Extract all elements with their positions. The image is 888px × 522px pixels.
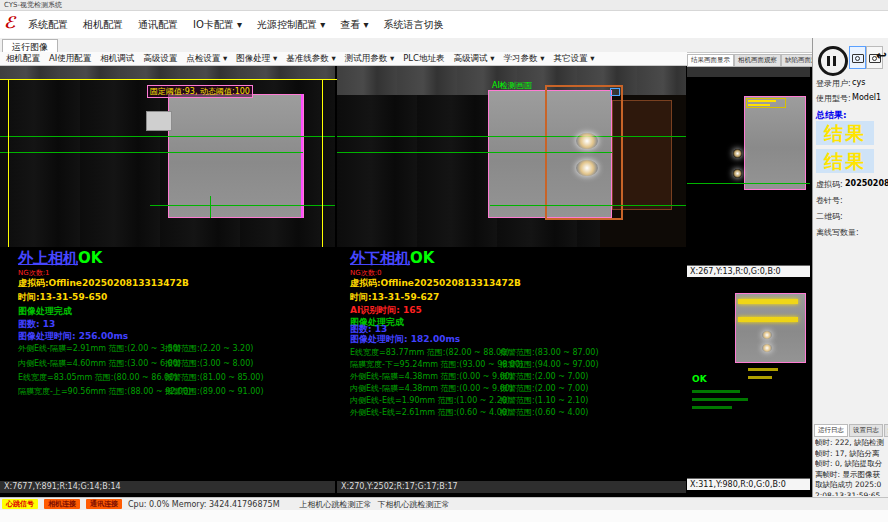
model-value: Model1	[852, 93, 881, 102]
menu-item-io-config[interactable]: IO卡配置 ▾	[193, 18, 242, 32]
mid-virtual-code: 虚拟码:Offline2025020813313472B	[350, 277, 521, 290]
virtual-code-value: 20250208	[845, 179, 888, 188]
camera-view-toggle-button[interactable]	[849, 46, 866, 69]
upper-camera-heartbeat-status: 上相机心跳检测正常	[300, 499, 372, 510]
bottom-spacer	[0, 510, 888, 522]
toolbar-item-image-processing[interactable]: 图像处理 ▾	[236, 53, 277, 65]
logout-back-button[interactable]: ↩	[876, 48, 887, 63]
mid-measurement-1: E线宽度=83.77mm 范围:(82.00 ~ 88.00)	[350, 347, 509, 358]
mid-camera-name: 外下相机	[350, 249, 410, 267]
log-tab-unlock[interactable]: 解锁日志	[884, 424, 888, 437]
toolbar-item-test-params[interactable]: 测试用参数 ▾	[345, 53, 394, 65]
left-green-line-2	[0, 152, 303, 153]
thumb2-pixel-readout: X:311,Y:980,R:0,G:0,B:0	[687, 478, 810, 490]
left-measurement-3: E线宽度=83.05mm 范围:(80.00 ~ 86.00)	[18, 372, 177, 383]
pause-button[interactable]	[818, 46, 848, 76]
toolbar-item-spot-check[interactable]: 点检设置 ▾	[186, 53, 227, 65]
thumb1-yellow-bar-1	[748, 100, 776, 102]
thumb2-ok-status: OK	[692, 374, 707, 384]
mid-alarm-2: 报警范围:(94.00 ~ 97.00)	[500, 359, 599, 370]
left-camera-top-band	[0, 66, 335, 79]
mid-alarm-6: 报警范围:(0.60 ~ 4.00)	[500, 407, 588, 418]
left-yellow-vline-1	[8, 80, 9, 247]
left-proc-time: 图像处理时间: 256.00ms	[18, 330, 128, 343]
left-alarm-4: 报警范围:(89.00 ~ 91.00)	[165, 386, 264, 397]
toolbar: 相机配置 AI使用配置 相机调试 高级设置 点检设置 ▾ 图像处理 ▾ 基准线参…	[0, 52, 687, 66]
menu-item-system-config[interactable]: 系统配置	[28, 18, 68, 32]
thumb1-flare-1	[733, 149, 742, 158]
log-tab-strip: 运行日志 设置日志 解锁日志	[814, 424, 888, 437]
toolbar-item-advanced-settings[interactable]: 高级设置	[143, 53, 177, 65]
result-badge-1: 结果	[816, 121, 874, 145]
login-user-value: cys	[852, 78, 865, 87]
menu-item-view[interactable]: 查看 ▾	[340, 18, 368, 32]
log-text: 帧时: 222, 缺陷检测帧时: 17, 缺陷分离帧时: 0, 缺陷提取分离帧时…	[815, 438, 885, 496]
left-threshold-overlay: 固定阈值:93, 动态阈值:100	[147, 85, 253, 98]
mid-measurement-3: 外侧E线-隔膜=4.38mm 范围:(0.00 ~ 9.00)	[350, 371, 513, 382]
lower-camera-heartbeat-status: 下相机心跳检测正常	[378, 499, 450, 510]
model-label: 使用型号:	[816, 93, 851, 104]
mid-flare-1	[576, 133, 598, 149]
left-pixel-readout: X:7677,Y:891;R:14;G:14;B:14	[0, 481, 335, 493]
menu-item-comm-config[interactable]: 通讯配置	[138, 18, 178, 32]
cpu-memory-status: Cpu: 0.0% Memory: 3424.41796875M	[128, 500, 280, 509]
left-alarm-2: 报警范围:(3.00 ~ 8.00)	[165, 358, 253, 369]
left-virtual-code: 虚拟码:Offline2025020813313472B	[18, 277, 189, 290]
left-time: 时间:13-31-59-650	[18, 291, 107, 304]
toolbar-item-baseline-params[interactable]: 基准线参数 ▾	[286, 53, 335, 65]
log-tab-run[interactable]: 运行日志	[814, 424, 848, 437]
mid-measurement-4: 内侧E线-隔膜=4.38mm 范围:(0.00 ~ 9.00)	[350, 383, 513, 394]
heartbeat-status-badge: 心跳信号	[2, 499, 38, 509]
thumb2-yellow-strip-1	[738, 299, 798, 304]
left-measurement-1: 外侧E线-隔膜=2.91mm 范围:(2.00 ~ 3.50)	[18, 343, 181, 354]
toolbar-item-plc-table[interactable]: PLC地址表	[403, 53, 444, 65]
thumb2-yellow-bar-1	[748, 368, 778, 371]
mid-blue-marker	[610, 88, 620, 96]
toolbar-item-advanced-debug[interactable]: 高级调试 ▾	[454, 53, 495, 65]
mid-alarm-3: 报警范围:(2.00 ~ 7.00)	[500, 371, 588, 382]
left-alarm-1: 报警范围:(2.20 ~ 3.20)	[165, 343, 253, 354]
login-user-label: 登录用户:	[816, 78, 851, 89]
winding-pin-label: 卷针号:	[816, 195, 843, 206]
log-tab-settings[interactable]: 设置日志	[849, 424, 883, 437]
left-green-line-1	[0, 136, 335, 137]
toolbar-item-learning-params[interactable]: 学习参数 ▾	[503, 53, 544, 65]
menu-item-light-config[interactable]: 光源控制配置 ▾	[257, 18, 325, 32]
left-measurement-2: 内侧E线-隔膜=4.60mm 范围:(3.00 ~ 6.00)	[18, 358, 181, 369]
thumb1-top-band	[687, 67, 810, 77]
app-window: CYS-视觉检测系统 ℰ 系统配置 相机配置 通讯配置 IO卡配置 ▾ 光源控制…	[0, 0, 888, 522]
mid-measurement-2: 隔膜宽度-下=95.24mm 范围:(93.00 ~ 98.00)	[350, 359, 523, 370]
toolbar-item-ai-config[interactable]: AI使用配置	[49, 53, 91, 65]
menu-bar: ℰ 系统配置 相机配置 通讯配置 IO卡配置 ▾ 光源控制配置 ▾ 查看 ▾ 系…	[0, 11, 888, 38]
left-cell-magenta-edge	[301, 94, 303, 218]
thumb1-flare-2	[733, 169, 742, 178]
left-result-title: 外上相机OK	[18, 248, 102, 268]
left-green-line-3	[150, 205, 335, 206]
left-green-vline	[210, 196, 211, 218]
left-cell-region	[168, 94, 304, 218]
toolbar-item-camera-config[interactable]: 相机配置	[6, 53, 40, 65]
thumb1-pixel-readout: X:267,Y:13,R:0,G:0,B:0	[687, 265, 810, 277]
preview-tab-camera[interactable]: 相机画面观察	[734, 54, 781, 67]
toolbar-item-other-settings[interactable]: 其它设置 ▾	[553, 53, 594, 65]
mid-measurement-6: 外侧E线-E线=2.61mm 范围:(0.60 ~ 4.00)	[350, 407, 510, 418]
left-yellow-vline-2	[322, 80, 323, 247]
mid-ok-status: OK	[410, 249, 434, 267]
menu-item-camera-config[interactable]: 相机配置	[83, 18, 123, 32]
preview-tab-result[interactable]: 结果画面显示	[687, 54, 734, 67]
thumb2-yellow-bar-2	[748, 376, 772, 379]
mid-green-line-1	[337, 136, 686, 137]
mid-ai-overlay-label: AI检测画面	[492, 80, 532, 91]
mid-alarm-4: 报警范围:(2.00 ~ 7.00)	[500, 383, 588, 394]
thumb1-green-line	[687, 183, 810, 184]
comm-connection-badge: 通讯连接	[86, 499, 122, 509]
left-camera-name: 外上相机	[18, 249, 78, 267]
mid-proc-time: 图像处理时间: 182.00ms	[350, 333, 460, 346]
toolbar-item-camera-debug[interactable]: 相机调试	[100, 53, 134, 65]
mid-green-line-2	[337, 152, 612, 153]
left-ok-status: OK	[78, 249, 102, 267]
thumb1-yellow-bar-2	[748, 104, 770, 106]
mid-alarm-1: 报警范围:(83.00 ~ 87.00)	[500, 347, 599, 358]
menu-item-language-switch[interactable]: 系统语言切换	[383, 18, 443, 32]
thumb1-cell-region	[744, 96, 806, 190]
